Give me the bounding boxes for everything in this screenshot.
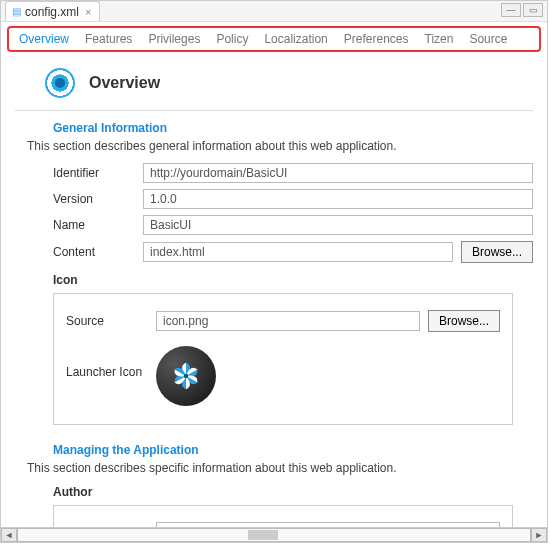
row-content: Content Browse... bbox=[53, 241, 533, 263]
file-tab[interactable]: ▤ config.xml × bbox=[5, 1, 100, 21]
svg-point-0 bbox=[184, 374, 188, 378]
scroll-right-icon[interactable]: ► bbox=[531, 528, 547, 542]
horizontal-scrollbar[interactable]: ◄ ► bbox=[1, 527, 547, 542]
overview-icon bbox=[45, 68, 75, 98]
editor-tab-bar: Overview Features Privileges Policy Loca… bbox=[7, 26, 541, 52]
author-group: Author E-mail Web Site bbox=[53, 505, 513, 527]
minimize-button[interactable]: — bbox=[501, 3, 521, 17]
file-icon: ▤ bbox=[12, 6, 21, 17]
scroll-left-icon[interactable]: ◄ bbox=[1, 528, 17, 542]
separator bbox=[15, 110, 533, 111]
maximize-button[interactable]: ▭ bbox=[523, 3, 543, 17]
tab-preferences[interactable]: Preferences bbox=[344, 32, 409, 46]
icon-group: Source Browse... Launcher Icon bbox=[53, 293, 513, 425]
content-browse-button[interactable]: Browse... bbox=[461, 241, 533, 263]
name-label: Name bbox=[53, 218, 143, 232]
file-tab-name: config.xml bbox=[25, 5, 79, 19]
file-tab-row: ▤ config.xml × — ▭ bbox=[1, 1, 547, 22]
window-buttons: — ▭ bbox=[501, 3, 543, 17]
row-icon-source: Source Browse... bbox=[66, 310, 500, 332]
row-name: Name bbox=[53, 215, 533, 235]
content-label: Content bbox=[53, 245, 143, 259]
tab-privileges[interactable]: Privileges bbox=[148, 32, 200, 46]
identifier-label: Identifier bbox=[53, 166, 143, 180]
page-header: Overview bbox=[15, 62, 533, 108]
author-heading: Author bbox=[53, 485, 533, 499]
identifier-input[interactable] bbox=[143, 163, 533, 183]
row-version: Version bbox=[53, 189, 533, 209]
pinwheel-icon bbox=[164, 354, 208, 398]
source-label: Source bbox=[66, 314, 156, 328]
scroll-track[interactable] bbox=[17, 528, 531, 542]
source-browse-button[interactable]: Browse... bbox=[428, 310, 500, 332]
tab-source[interactable]: Source bbox=[469, 32, 507, 46]
author-input[interactable] bbox=[156, 522, 500, 527]
section-managing-heading: Managing the Application bbox=[53, 443, 533, 457]
icon-heading: Icon bbox=[53, 273, 533, 287]
launcher-icon bbox=[156, 346, 216, 406]
close-icon[interactable]: × bbox=[83, 6, 93, 18]
tab-policy[interactable]: Policy bbox=[216, 32, 248, 46]
row-launcher-icon: Launcher Icon bbox=[66, 338, 500, 406]
author-label: Author bbox=[66, 525, 156, 527]
tab-tizen[interactable]: Tizen bbox=[425, 32, 454, 46]
version-input[interactable] bbox=[143, 189, 533, 209]
tab-localization[interactable]: Localization bbox=[264, 32, 327, 46]
tab-overview[interactable]: Overview bbox=[19, 32, 69, 46]
row-author: Author bbox=[66, 522, 500, 527]
tab-features[interactable]: Features bbox=[85, 32, 132, 46]
content-input[interactable] bbox=[143, 242, 453, 262]
source-input[interactable] bbox=[156, 311, 420, 331]
section-managing-desc: This section describes specific informat… bbox=[27, 461, 533, 475]
section-general-desc: This section describes general informati… bbox=[27, 139, 533, 153]
launcher-label: Launcher Icon bbox=[66, 365, 156, 379]
version-label: Version bbox=[53, 192, 143, 206]
section-general-heading: General Information bbox=[53, 121, 533, 135]
page-title: Overview bbox=[89, 74, 160, 92]
row-identifier: Identifier bbox=[53, 163, 533, 183]
scroll-thumb[interactable] bbox=[248, 530, 278, 540]
content-scroll[interactable]: Overview General Information This sectio… bbox=[1, 54, 547, 527]
name-input[interactable] bbox=[143, 215, 533, 235]
editor-window: ▤ config.xml × — ▭ Overview Features Pri… bbox=[0, 0, 548, 543]
